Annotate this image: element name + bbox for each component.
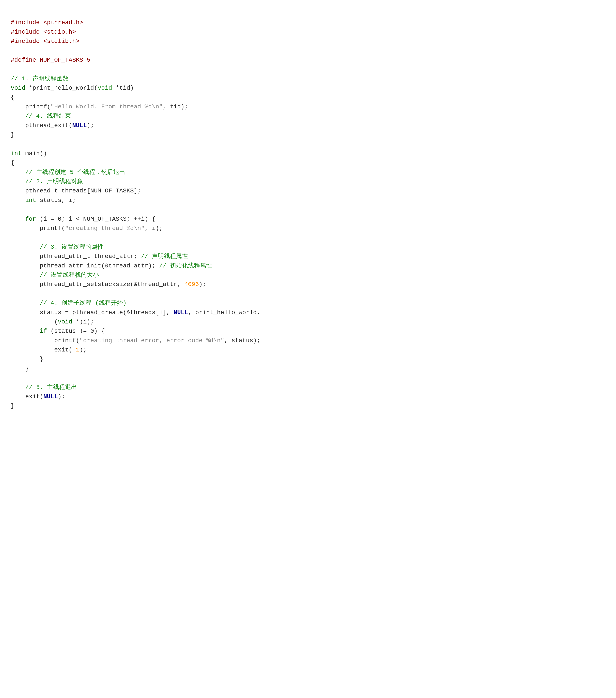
- stack-size-number: 4096: [185, 281, 199, 288]
- comment-2: // 2. 声明线程对象: [25, 178, 83, 185]
- string-1: "Hello World. From thread %d\n": [51, 103, 163, 110]
- comment-4b: // 4. 创建子线程 (线程开始): [40, 300, 126, 306]
- code-editor: #include <pthread.h> #include <stdio.h> …: [11, 9, 605, 411]
- main-parens: (): [40, 150, 47, 157]
- pthread-t-decl: pthread_t threads: [25, 187, 87, 194]
- param-type: void: [98, 85, 112, 92]
- include-3: #include <stdlib.h>: [11, 38, 80, 45]
- int-main-type: int: [11, 150, 22, 157]
- close-brace-1: }: [11, 131, 14, 138]
- printf-error: printf: [54, 337, 76, 344]
- exit-call-error: exit: [54, 347, 69, 353]
- pthread-create-call: pthread_create: [72, 309, 123, 316]
- for-keyword: for: [25, 216, 36, 222]
- comment-5: // 5. 主线程退出: [25, 384, 77, 391]
- close-brace-if: }: [40, 356, 43, 362]
- comment-4: // 4. 线程结束: [25, 113, 71, 120]
- attr-init-args: (&thread_attr);: [101, 263, 159, 269]
- printf-status-arg: , status);: [224, 337, 260, 344]
- pthread-exit-call: pthread_exit: [25, 122, 69, 129]
- comment-stack: // 设置线程栈的大小: [40, 272, 99, 278]
- string-creating: "creating thread %d\n": [65, 225, 145, 232]
- define-macro: #define NUM_OF_TASKS 5: [11, 57, 90, 64]
- printf-i-arg: , i);: [145, 225, 163, 232]
- for-init: (i = 0; i < NUM_OF_TASKS; ++i) {: [40, 216, 156, 222]
- exit-call-main: exit: [25, 393, 40, 400]
- comment-attr-decl: // 声明线程属性: [141, 253, 188, 260]
- exit-semicolon: ;: [83, 347, 87, 353]
- var-status-i: status, i;: [40, 197, 76, 204]
- null-1: NULL: [72, 122, 87, 129]
- pthread-attr-t-decl: pthread_attr_t thread_attr: [40, 253, 134, 260]
- comment-attr-init: // 初始化线程属性: [159, 263, 212, 269]
- string-error: "creating thread error, error code %d\n": [80, 337, 224, 344]
- include-1: #include <pthread.h>: [11, 19, 83, 26]
- if-condition: (status != 0) {: [51, 328, 105, 334]
- return-type: void: [11, 85, 25, 92]
- function-name: print_hello_world: [32, 85, 94, 92]
- int-type-status: int: [25, 197, 36, 204]
- close-brace-main: }: [11, 403, 14, 409]
- pthread-attr-setstacksize-call: pthread_attr_setstacksize: [40, 281, 130, 288]
- semicolon-1: ;: [90, 122, 94, 129]
- create-args-4: *)i);: [76, 319, 94, 325]
- setstacksize-close: );: [199, 281, 206, 288]
- null-2: NULL: [174, 309, 188, 316]
- comment-main-1: // 主线程创建 5 个线程，然后退出: [25, 169, 125, 176]
- printf-call-1: printf: [25, 103, 47, 110]
- create-args-3: (: [54, 319, 58, 325]
- setstacksize-args: &thread_attr,: [134, 281, 184, 288]
- neg-one: -1: [72, 347, 80, 353]
- void-cast: void: [58, 319, 72, 325]
- exit-null-semicolon: ;: [61, 393, 65, 400]
- status-assign: status =: [40, 309, 72, 316]
- comment-3: // 3. 设置线程的属性: [40, 244, 103, 250]
- create-args: (&threads[i],: [123, 309, 174, 316]
- create-args-2: , print_hello_world,: [188, 309, 260, 316]
- pthread-attr-init-call: pthread_attr_init: [40, 263, 101, 269]
- printf-creating: printf: [40, 225, 61, 232]
- attr-semicolon: ;: [134, 253, 141, 260]
- comment-1: // 1. 声明线程函数: [11, 75, 69, 82]
- open-brace-2: {: [11, 159, 14, 166]
- null-3: NULL: [43, 393, 58, 400]
- include-2: #include <stdio.h>: [11, 29, 76, 35]
- param-name: tid: [119, 85, 130, 92]
- array-size: [NUM_OF_TASKS];: [87, 187, 141, 194]
- open-brace-1: {: [11, 94, 14, 101]
- close-brace-for: }: [25, 365, 29, 372]
- printf-args-1: , tid);: [163, 103, 188, 110]
- if-keyword: if: [40, 328, 47, 334]
- main-function: main: [25, 150, 40, 157]
